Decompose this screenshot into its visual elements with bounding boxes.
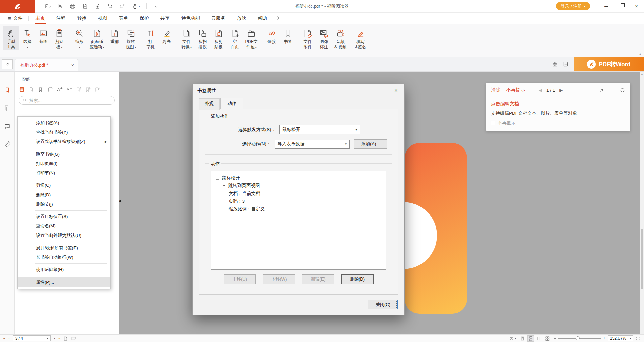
insert-page-button[interactable]: [92, 2, 103, 11]
login-register-button[interactable]: 登录 / 注册▾: [556, 2, 590, 10]
actions-tree[interactable]: −鼠标松开−跳转到页面视图文档：当前文档页码：3缩放比例：自定义: [211, 171, 386, 270]
document-canvas[interactable]: ◀ 书签属性 × 外观 动作 添加动作 选择触: [119, 72, 644, 334]
context-menu-item-12[interactable]: 设置目标位置(S): [18, 212, 110, 221]
add-bookmark-button[interactable]: [28, 86, 35, 93]
bookmark-search[interactable]: [19, 96, 115, 105]
prev-page-button[interactable]: ‹: [9, 336, 10, 341]
ribbon-typewriter-button[interactable]: 打字机: [143, 26, 159, 50]
delete-bookmark-button[interactable]: [38, 86, 44, 93]
ribbon-from-scanner-button[interactable]: 从扫描仪: [195, 26, 211, 50]
tree-row[interactable]: 页码：3: [214, 197, 383, 205]
context-menu-item-6[interactable]: 打印节(N): [18, 168, 110, 178]
tree-row[interactable]: −鼠标松开: [214, 174, 383, 182]
bookmark-search-input[interactable]: [29, 98, 111, 103]
ribbon-file-attachment-button[interactable]: 文件附件: [300, 26, 316, 50]
redo-button[interactable]: [117, 2, 128, 11]
move-down-button[interactable]: 下移(W): [263, 274, 295, 284]
last-page-button[interactable]: »: [58, 336, 60, 341]
menu-item-1[interactable]: 注释: [51, 13, 71, 24]
ribbon-fill-sign-button[interactable]: 填写&签名: [353, 26, 369, 50]
move-up-button[interactable]: 上移(U): [224, 274, 256, 284]
comments-panel-button[interactable]: [0, 117, 15, 135]
ribbon-from-clipboard-button[interactable]: 从剪贴板: [211, 26, 227, 50]
tree-expander-icon[interactable]: −: [222, 184, 226, 187]
add-action-button[interactable]: 添加(A)...: [354, 139, 387, 149]
context-menu-item-19[interactable]: 使用后隐藏(H): [18, 265, 110, 274]
menu-item-5[interactable]: 保护: [134, 13, 155, 24]
rename-bookmark-button[interactable]: [94, 86, 100, 93]
ribbon-audio-video-button[interactable]: 音频& 视频: [332, 26, 349, 50]
trigger-select[interactable]: 鼠标松开 ▾: [279, 125, 360, 134]
pdf-to-word-banner[interactable]: PDF转Word: [574, 57, 644, 71]
ribbon-zoom-button[interactable]: 缩放▾: [71, 26, 87, 51]
menu-item-7[interactable]: 特色功能: [176, 13, 206, 24]
pager-prev-icon[interactable]: ◀: [539, 88, 542, 93]
context-menu-item-16[interactable]: 展开/收起所有书签(E): [18, 243, 110, 253]
menu-item-2[interactable]: 转换: [71, 13, 92, 24]
context-menu-item-9[interactable]: 删除(D): [18, 190, 110, 200]
close-button[interactable]: 关闭(C): [368, 300, 398, 309]
expand-bookmarks-button[interactable]: [56, 86, 63, 93]
context-menu-item-8[interactable]: 剪切(C): [18, 181, 110, 190]
minimize-button[interactable]: ─: [599, 0, 614, 13]
ribbon-hand-tool-button[interactable]: 手型工具: [3, 26, 19, 50]
zoom-level-box[interactable]: 152.67% ▾: [608, 335, 633, 341]
move-bookmark-up-button[interactable]: [75, 86, 82, 93]
tab-action[interactable]: 动作: [220, 98, 243, 109]
hand-quick-button[interactable]: ▾: [129, 2, 142, 11]
edit-button[interactable]: 编辑(E): [302, 274, 334, 284]
no-prompt-link[interactable]: 不再提示: [506, 87, 525, 93]
customize-toolbar-button[interactable]: [151, 2, 162, 11]
context-menu-item-17[interactable]: 长书签自动换行(W): [18, 253, 110, 262]
vertical-scrollbar[interactable]: ∧: [640, 72, 644, 334]
menu-item-3[interactable]: 视图: [92, 13, 113, 24]
ribbon-rotate-view-button[interactable]: 旋转视图▾: [123, 26, 139, 51]
ribbon-link-button[interactable]: 链接: [264, 26, 280, 45]
context-menu-item-0[interactable]: 添加书签(A): [18, 118, 110, 128]
fullscreen-button[interactable]: [636, 336, 641, 341]
multi-tab-view-button[interactable]: [552, 61, 558, 67]
attachments-panel-button[interactable]: [0, 135, 15, 154]
scrollbar-thumb[interactable]: [641, 229, 643, 289]
bookmark-menu-button[interactable]: [19, 86, 25, 93]
ribbon-clipboard-button[interactable]: 剪贴板▾: [51, 26, 67, 51]
edit-document-link[interactable]: 点击编辑文档: [491, 101, 519, 107]
collapse-bookmarks-button[interactable]: [66, 86, 72, 93]
menu-item-4[interactable]: 表单: [113, 13, 134, 24]
tab-appearance[interactable]: 外观: [199, 98, 220, 110]
save-button[interactable]: [55, 2, 66, 11]
dialog-close-icon[interactable]: ×: [392, 87, 400, 94]
ribbon-highlight-button[interactable]: 高亮: [159, 26, 175, 45]
context-menu-item-4[interactable]: 跳至书签(G): [18, 149, 110, 159]
ribbon-snapshot-button[interactable]: 截图: [35, 26, 51, 45]
ribbon-image-annotation-button[interactable]: 图像标注: [316, 26, 332, 50]
menu-search-button[interactable]: [275, 16, 280, 21]
tree-row[interactable]: −跳转到页面视图: [214, 182, 383, 189]
context-menu-item-10[interactable]: 删除节(j): [18, 200, 110, 209]
quick-edit-button[interactable]: [0, 57, 15, 71]
close-window-button[interactable]: ×: [629, 0, 644, 13]
copy-page-button[interactable]: [80, 2, 91, 11]
tree-row[interactable]: 文档：当前文档: [214, 189, 383, 197]
tree-expander-icon[interactable]: −: [216, 176, 219, 180]
menu-item-6[interactable]: 共享: [155, 13, 176, 24]
collapse-card-button[interactable]: [620, 87, 625, 93]
menu-item-0[interactable]: 主页: [30, 13, 51, 24]
restore-button[interactable]: [614, 0, 629, 13]
ribbon-pdf-portfolio-button[interactable]: PDF文件包▾: [243, 26, 260, 51]
context-menu-item-21[interactable]: 属性(P)...: [18, 277, 110, 287]
ribbon-reflow-button[interactable]: 重排: [107, 26, 123, 45]
bookmarks-panel-button[interactable]: [0, 81, 15, 99]
ribbon-blank-page-button[interactable]: 空白页: [227, 26, 243, 50]
zoom-slider-track[interactable]: [558, 338, 601, 339]
undo-button[interactable]: [104, 2, 115, 11]
ribbon-select-button[interactable]: 选择▾: [19, 26, 35, 51]
ribbon-collapse-icon[interactable]: ∧: [639, 52, 641, 56]
clear-link[interactable]: 清除: [491, 87, 500, 93]
context-menu-item-13[interactable]: 重命名(M): [18, 221, 110, 231]
page-view-button[interactable]: [63, 336, 68, 341]
continuous-view-button[interactable]: [527, 335, 534, 342]
document-tab[interactable]: 福昕办公.pdf * ×: [15, 59, 78, 71]
read-aloud-button[interactable]: ▾: [509, 336, 516, 341]
dialog-title-bar[interactable]: 书签属性 ×: [193, 84, 404, 97]
